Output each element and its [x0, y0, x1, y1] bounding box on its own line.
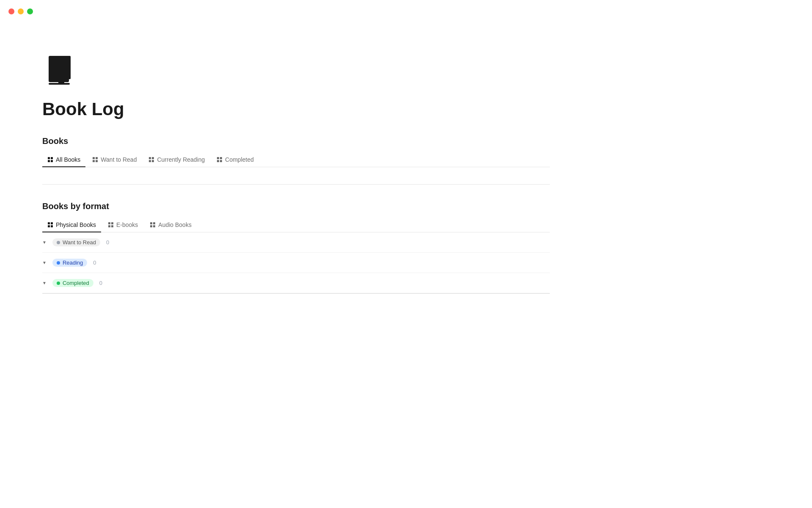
format-section: Books by format Physical Books E-books A… [42, 202, 550, 294]
status-badge-reading: Reading [52, 259, 87, 267]
group-label-reading: Reading [63, 260, 83, 266]
grid-icon [108, 222, 114, 228]
svg-rect-19 [220, 160, 222, 162]
minimize-button[interactable] [18, 8, 24, 14]
tab-label-currently-reading: Currently Reading [157, 156, 205, 163]
svg-rect-16 [217, 157, 219, 159]
grid-icon [47, 157, 53, 163]
tab-label-all-books: All Books [56, 156, 80, 163]
status-dot-completed [57, 282, 60, 285]
format-tab-physical-books[interactable]: Physical Books [42, 218, 101, 232]
svg-rect-26 [108, 225, 110, 227]
tab-want-to-read[interactable]: Want to Read [87, 153, 142, 167]
svg-rect-8 [93, 157, 95, 159]
page-title: Book Log [42, 99, 550, 119]
svg-rect-30 [150, 225, 152, 227]
format-tab-label-audio-books: Audio Books [158, 221, 192, 228]
books-section: Books All Books Want to Read Currently R… [42, 136, 550, 167]
grid-icon [150, 222, 156, 228]
format-heading: Books by format [42, 202, 550, 211]
svg-rect-27 [111, 225, 113, 227]
groups-end-divider [42, 293, 550, 294]
books-tabs: All Books Want to Read Currently Reading… [42, 153, 550, 167]
chevron-icon-reading[interactable]: ▼ [42, 260, 47, 265]
traffic-lights [8, 8, 33, 14]
status-dot-reading [57, 261, 60, 265]
format-tab-audio-books[interactable]: Audio Books [145, 218, 197, 232]
group-label-completed: Completed [63, 280, 89, 286]
svg-rect-17 [220, 157, 222, 159]
status-badge-want-to-read: Want to Read [52, 238, 100, 246]
svg-rect-18 [217, 160, 219, 162]
tab-label-want-to-read: Want to Read [101, 156, 137, 163]
svg-rect-5 [51, 157, 53, 159]
svg-rect-13 [152, 157, 154, 159]
group-count-completed: 0 [99, 280, 102, 286]
svg-rect-20 [48, 222, 50, 224]
svg-rect-29 [153, 222, 155, 224]
section-divider [42, 184, 550, 185]
group-row-completed: ▼Completed0 [42, 273, 550, 293]
grid-icon [92, 157, 98, 163]
svg-rect-10 [93, 160, 95, 162]
status-badge-completed: Completed [52, 279, 93, 287]
group-label-want-to-read: Want to Read [63, 239, 96, 246]
svg-rect-14 [149, 160, 151, 162]
svg-rect-31 [153, 225, 155, 227]
chevron-icon-want-to-read[interactable]: ▼ [42, 240, 47, 245]
svg-rect-11 [96, 160, 98, 162]
group-count-reading: 0 [93, 260, 96, 266]
svg-rect-4 [48, 157, 50, 159]
svg-rect-1 [66, 56, 71, 79]
tab-completed[interactable]: Completed [211, 153, 259, 167]
tab-currently-reading[interactable]: Currently Reading [143, 153, 210, 167]
svg-rect-15 [152, 160, 154, 162]
group-count-want-to-read: 0 [106, 239, 109, 246]
svg-rect-6 [48, 160, 50, 162]
format-tab-label-physical-books: Physical Books [56, 221, 96, 228]
svg-rect-3 [49, 83, 70, 85]
tab-label-completed: Completed [225, 156, 254, 163]
svg-rect-12 [149, 157, 151, 159]
groups-container: ▼Want to Read0▼Reading0▼Completed0 [42, 232, 550, 293]
format-tab-ebooks[interactable]: E-books [103, 218, 143, 232]
page-icon [42, 51, 550, 91]
book-log-icon [42, 51, 80, 89]
status-dot-want-to-read [57, 241, 60, 244]
group-row-want-to-read: ▼Want to Read0 [42, 232, 550, 253]
tab-all-books[interactable]: All Books [42, 153, 85, 167]
format-tabs: Physical Books E-books Audio Books [42, 218, 550, 232]
format-tab-label-ebooks: E-books [116, 221, 138, 228]
grid-icon [47, 222, 53, 228]
grid-icon [148, 157, 154, 163]
main-content: Book Log Books All Books Want to Read Cu… [0, 0, 592, 319]
books-heading: Books [42, 136, 550, 146]
grid-icon [217, 157, 222, 163]
close-button[interactable] [8, 8, 14, 14]
svg-rect-22 [48, 225, 50, 227]
svg-rect-7 [51, 160, 53, 162]
svg-rect-23 [51, 225, 53, 227]
svg-rect-25 [111, 222, 113, 224]
svg-rect-28 [150, 222, 152, 224]
group-row-reading: ▼Reading0 [42, 253, 550, 273]
chevron-icon-completed[interactable]: ▼ [42, 281, 47, 285]
maximize-button[interactable] [27, 8, 33, 14]
svg-rect-9 [96, 157, 98, 159]
svg-rect-24 [108, 222, 110, 224]
svg-rect-21 [51, 222, 53, 224]
